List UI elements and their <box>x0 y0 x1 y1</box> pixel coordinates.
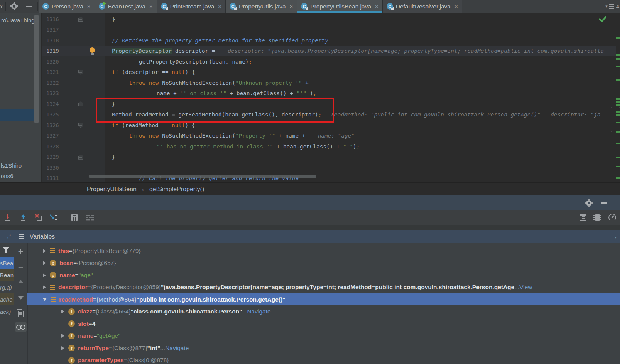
line-number[interactable]: 1329 <box>46 154 69 160</box>
expand-arrow-icon[interactable] <box>43 298 47 301</box>
settings-lines-icon[interactable] <box>85 213 95 222</box>
variable-row-descriptor[interactable]: descriptor = {PropertyDescriptor@859} "j… <box>27 281 620 293</box>
add-watch-icon[interactable]: + <box>14 246 27 257</box>
line-number[interactable]: 1327 <box>46 133 69 139</box>
project-selected-row[interactable] <box>0 109 34 121</box>
frame-item-partial[interactable]: ache <box>0 293 14 305</box>
panel-arrow-icon[interactable]: → <box>612 233 618 240</box>
step-out-icon[interactable] <box>18 213 28 222</box>
evaluate-expression-icon[interactable] <box>69 213 79 222</box>
close-icon[interactable]: × <box>218 3 221 10</box>
hidden-tabs-dropdown[interactable]: ▾ 4 <box>605 0 619 13</box>
line-number[interactable]: 1328 <box>46 143 69 150</box>
show-watches-glasses-icon[interactable] <box>14 322 27 332</box>
step-into-icon[interactable] <box>3 213 13 222</box>
navigate-link[interactable]: Navigate <box>247 308 270 315</box>
collapse-left-icon[interactable]: « <box>0 2 5 11</box>
expand-arrow-icon[interactable] <box>43 249 46 253</box>
remove-watch-icon[interactable]: − <box>14 262 27 273</box>
run-to-cursor-icon[interactable] <box>49 213 59 222</box>
tab-beantest-java[interactable]: CBeanTest.java× <box>95 0 157 13</box>
code-line-1321[interactable]: 1321if (descriptor == null) { <box>42 67 620 78</box>
line-number[interactable]: 1325 <box>46 111 69 118</box>
code-line-1328[interactable]: 1328"' has no getter method in class '" … <box>42 141 620 152</box>
close-icon[interactable]: × <box>149 3 153 10</box>
code-line-1317[interactable]: 1317 <box>42 25 620 35</box>
expand-arrow-icon[interactable] <box>43 285 46 289</box>
variable-row-slot[interactable]: fslot = 4 <box>27 318 620 330</box>
minimize-icon[interactable] <box>601 202 607 204</box>
navigate-link[interactable]: View <box>519 284 532 291</box>
expand-arrow-icon[interactable] <box>43 261 46 265</box>
variable-row-name[interactable]: fname = "getAge" <box>27 330 620 342</box>
collapse-threads-icon[interactable] <box>580 214 586 221</box>
horizontal-scrollbar[interactable] <box>89 175 316 178</box>
line-number[interactable]: 1321 <box>46 69 69 75</box>
line-number[interactable]: 1316 <box>46 16 69 22</box>
frame-item-partial[interactable]: sBea <box>0 257 14 269</box>
project-tree-item[interactable]: ons6 <box>1 173 14 179</box>
variable-row-parameterTypes[interactable]: fparameterTypes = {Class[0]@878} <box>27 354 620 364</box>
project-tree-item[interactable]: ls1Shiro <box>1 162 22 169</box>
copy-icon[interactable] <box>14 311 27 317</box>
tab-person-java[interactable]: CPerson.java× <box>39 0 95 13</box>
close-icon[interactable]: × <box>87 3 91 10</box>
tab-printstream-java[interactable]: CPrintStream.java× <box>157 0 226 13</box>
tab-propertyutilsbean-java[interactable]: CPropertyUtilsBean.java× <box>297 0 382 13</box>
close-icon[interactable]: × <box>290 3 293 10</box>
frame-item-partial[interactable]: ack) <box>0 306 14 318</box>
code-line-1327[interactable]: 1327throw new NoSuchMethodException("Pro… <box>42 131 620 142</box>
line-number[interactable]: 1326 <box>46 122 69 128</box>
line-number[interactable]: 1323 <box>46 90 69 96</box>
code-line-1319[interactable]: 1319PropertyDescriptor descriptor = desc… <box>42 46 620 57</box>
code-line-1329[interactable]: 1329} <box>42 152 620 163</box>
line-number[interactable]: 1320 <box>46 59 69 65</box>
move-up-icon[interactable] <box>14 280 27 283</box>
variable-row-clazz[interactable]: fclazz = {Class@654} "class com.govuln.s… <box>27 306 620 318</box>
navigate-link[interactable]: Navigate <box>165 345 189 352</box>
breadcrumb-method[interactable]: getSimpleProperty() <box>149 186 204 193</box>
filter-funnel-icon[interactable] <box>2 247 10 253</box>
drop-frame-icon[interactable] <box>34 213 44 222</box>
frame-item-partial[interactable]: Bean <box>0 269 14 281</box>
expand-arrow-icon[interactable] <box>61 346 64 350</box>
profiler-gauge-icon[interactable] <box>608 214 617 221</box>
code-line-1318[interactable]: 1318// Retrieve the property getter meth… <box>42 35 620 46</box>
tab-defaultresolver-java[interactable]: CDefaultResolver.java× <box>383 0 462 13</box>
variable-row-returnType[interactable]: freturnType = {Class@877} "int"... Navig… <box>27 342 620 354</box>
variables-menu-icon[interactable] <box>19 234 24 236</box>
code-editor[interactable]: 1316}13171318// Retrieve the property ge… <box>42 13 620 182</box>
code-line-1316[interactable]: 1316} <box>42 14 620 25</box>
stripe-scroll-thumb[interactable] <box>611 107 620 132</box>
intention-bulb-icon[interactable] <box>90 47 95 53</box>
variable-row-readMethod[interactable]: readMethod = {Method@864} "public int co… <box>27 293 620 305</box>
close-icon[interactable]: × <box>375 3 378 10</box>
line-number[interactable]: 1330 <box>46 165 69 171</box>
variable-row-bean[interactable]: pbean = {Person@657} <box>27 257 620 269</box>
move-down-icon[interactable] <box>14 296 27 300</box>
code-line-1330[interactable]: 1330 <box>42 162 620 173</box>
gear-icon[interactable] <box>11 3 17 9</box>
line-number[interactable]: 1319 <box>46 48 69 54</box>
line-number[interactable]: 1318 <box>46 37 69 44</box>
frame-item-partial[interactable]: rg.a) <box>0 281 14 293</box>
code-line-1322[interactable]: 1322throw new NoSuchMethodException("Unk… <box>42 78 620 88</box>
memory-chip-icon[interactable] <box>595 214 600 221</box>
code-line-1320[interactable]: 1320getPropertyDescriptor(bean, name); <box>42 56 620 67</box>
focus-arrow-icon[interactable]: → <box>4 233 11 240</box>
code-line-1323[interactable]: 1323name + "' on class '" + bean.getClas… <box>42 88 620 99</box>
line-number[interactable]: 1322 <box>46 80 69 86</box>
line-number[interactable]: 1317 <box>46 27 69 33</box>
expand-arrow-icon[interactable] <box>61 334 64 338</box>
expand-arrow-icon[interactable] <box>43 273 46 277</box>
expand-arrow-icon[interactable] <box>61 310 64 313</box>
breadcrumb-class[interactable]: PropertyUtilsBean <box>87 186 137 193</box>
line-number[interactable]: 1331 <box>46 175 69 181</box>
project-scrollbar[interactable] <box>34 15 39 123</box>
minimize-icon[interactable] <box>26 6 32 7</box>
variable-row-this[interactable]: this = {PropertyUtilsBean@779} <box>27 245 620 257</box>
close-icon[interactable]: × <box>454 3 458 10</box>
gear-icon[interactable] <box>586 200 592 206</box>
variable-row-name[interactable]: pname = "age" <box>27 269 620 281</box>
line-number[interactable]: 1324 <box>46 101 69 107</box>
